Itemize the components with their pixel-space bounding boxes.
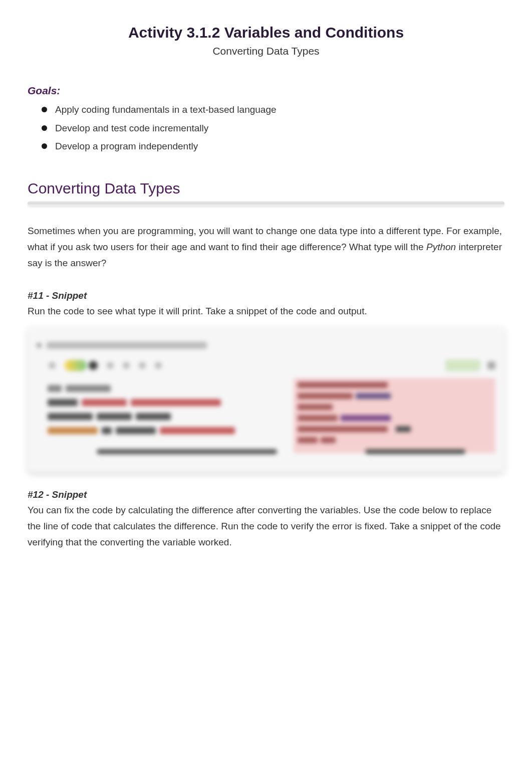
intro-italic: Python (426, 242, 456, 252)
section-title: Converting Data Types (28, 180, 504, 197)
goals-item: Apply coding fundamentals in a text-base… (28, 101, 504, 119)
code-screenshot-blurred (28, 327, 504, 472)
goals-item: Develop a program independently (28, 137, 504, 156)
page-subtitle: Converting Data Types (28, 45, 504, 57)
snippet-12-heading: #12 - Snippet (28, 489, 504, 500)
goals-list: Apply coding fundamentals in a text-base… (28, 101, 504, 156)
intro-paragraph: Sometimes when you are programming, you … (28, 223, 504, 272)
snippet-11-text: Run the code to see what type it will pr… (28, 303, 504, 319)
goals-heading: Goals: (28, 85, 504, 97)
snippet-12-text: You can fix the code by calculating the … (28, 502, 504, 551)
page-title: Activity 3.1.2 Variables and Conditions (28, 24, 504, 41)
document-page: Activity 3.1.2 Variables and Conditions … (0, 0, 532, 551)
section-divider (28, 201, 504, 206)
snippet-11-heading: #11 - Snippet (28, 290, 504, 301)
goals-item: Develop and test code incrementally (28, 119, 504, 138)
